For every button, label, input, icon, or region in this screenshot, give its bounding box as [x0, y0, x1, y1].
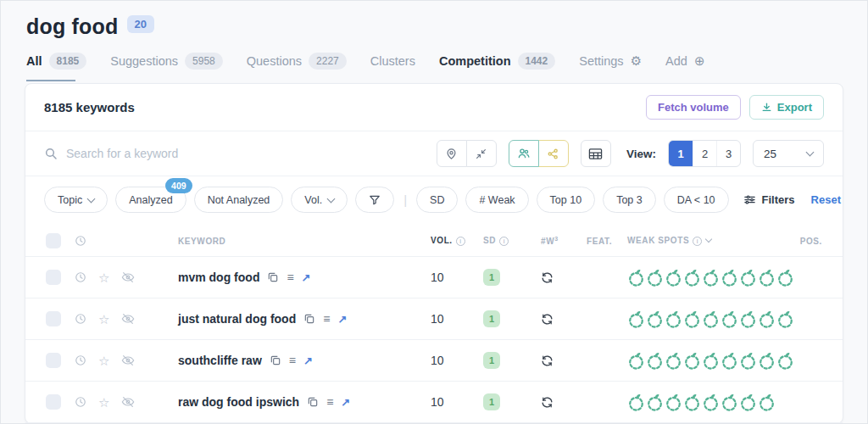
header-keyword[interactable]: KEYWORD	[178, 237, 225, 246]
filter-topic[interactable]: Topic	[44, 187, 108, 213]
star-icon[interactable]: ☆	[98, 271, 109, 284]
copy-icon[interactable]	[267, 271, 279, 283]
weak-spot-fruit-icon[interactable]	[702, 310, 720, 329]
filters-button[interactable]: Filters	[743, 193, 795, 206]
share-button[interactable]	[538, 140, 569, 167]
copy-icon[interactable]	[307, 396, 319, 408]
weak-spot-fruit-icon[interactable]	[665, 268, 682, 287]
star-icon[interactable]: ☆	[98, 396, 109, 409]
weak-spot-fruit-icon[interactable]	[758, 393, 776, 412]
external-link-icon[interactable]: ↗	[303, 355, 313, 366]
tab-add[interactable]: Add ⊕	[665, 53, 704, 69]
weak-spot-fruit-icon[interactable]	[702, 393, 720, 412]
refresh-icon[interactable]	[541, 396, 587, 409]
keyword-text[interactable]: southcliffe raw	[178, 354, 262, 367]
weak-spot-fruit-icon[interactable]	[683, 310, 701, 329]
filter-vol[interactable]: Vol.	[291, 187, 348, 213]
weak-spot-fruit-icon[interactable]	[739, 393, 757, 412]
collapse-button[interactable]	[466, 140, 497, 167]
weak-spot-fruit-icon[interactable]	[646, 268, 664, 287]
tab-questions[interactable]: Questions 2227	[247, 53, 347, 70]
refresh-icon[interactable]	[541, 271, 587, 284]
refresh-icon[interactable]	[541, 313, 587, 326]
external-link-icon[interactable]: ↗	[337, 314, 347, 325]
weak-spot-fruit-icon[interactable]	[758, 310, 776, 329]
clock-icon[interactable]	[75, 396, 86, 408]
weak-spot-fruit-icon[interactable]	[758, 268, 776, 287]
weak-spot-fruit-icon[interactable]	[702, 268, 720, 287]
filter-weak[interactable]: # Weak	[465, 187, 528, 213]
weak-spot-fruit-icon[interactable]	[646, 393, 664, 412]
filter-not-analyzed[interactable]: Not Analyzed	[194, 187, 284, 213]
row-checkbox[interactable]	[46, 394, 61, 410]
header-pos[interactable]: POS.	[800, 237, 822, 246]
list-icon[interactable]: ≡	[287, 271, 293, 283]
header-feat[interactable]: FEAT.	[587, 237, 612, 246]
list-icon[interactable]: ≡	[323, 313, 330, 325]
weak-spot-fruit-icon[interactable]	[739, 310, 757, 329]
row-checkbox[interactable]	[46, 311, 61, 326]
tab-settings[interactable]: Settings ⚙	[579, 53, 642, 69]
weak-spot-fruit-icon[interactable]	[683, 393, 701, 412]
export-button[interactable]: Export	[749, 95, 824, 120]
weak-spot-fruit-icon[interactable]	[665, 393, 682, 412]
search-input[interactable]	[66, 147, 320, 160]
tab-all[interactable]: All 8185	[26, 53, 86, 70]
weak-spot-fruit-icon[interactable]	[739, 351, 757, 371]
clock-icon[interactable]	[75, 271, 86, 283]
eye-off-icon[interactable]	[121, 312, 135, 326]
keyword-text[interactable]: raw dog food ipswich	[178, 395, 299, 409]
header-weak-count[interactable]: #W3	[541, 237, 559, 246]
weak-spot-fruit-icon[interactable]	[627, 310, 645, 329]
location-pin-button[interactable]	[437, 140, 467, 167]
tab-suggestions[interactable]: Suggestions 5958	[110, 53, 223, 70]
weak-spot-fruit-icon[interactable]	[776, 351, 794, 371]
weak-spot-fruit-icon[interactable]	[758, 351, 776, 371]
star-icon[interactable]: ☆	[98, 354, 109, 367]
header-weak-spots[interactable]: WEAK SPOTSi	[627, 236, 711, 246]
weak-spot-fruit-icon[interactable]	[776, 268, 794, 287]
filter-da[interactable]: DA < 10	[664, 187, 729, 213]
weak-spot-fruit-icon[interactable]	[627, 351, 645, 371]
weak-spot-fruit-icon[interactable]	[665, 310, 682, 329]
filter-funnel[interactable]	[355, 187, 394, 213]
clock-icon[interactable]	[75, 354, 86, 366]
weak-spot-fruit-icon[interactable]	[627, 268, 645, 287]
reset-button[interactable]: Reset	[811, 193, 841, 206]
weak-spot-fruit-icon[interactable]	[776, 310, 794, 329]
weak-spot-fruit-icon[interactable]	[646, 351, 664, 371]
weak-spot-fruit-icon[interactable]	[721, 351, 738, 371]
filter-analyzed[interactable]: Analyzed 409	[115, 187, 186, 213]
weak-spot-fruit-icon[interactable]	[683, 268, 701, 287]
weak-spot-fruit-icon[interactable]	[683, 351, 701, 371]
header-vol[interactable]: VOL.i	[431, 236, 465, 245]
row-checkbox[interactable]	[46, 353, 61, 368]
row-checkbox[interactable]	[46, 270, 61, 285]
people-button[interactable]	[509, 140, 539, 167]
tab-clusters[interactable]: Clusters	[370, 54, 415, 68]
tab-competition[interactable]: Competition 1442	[439, 53, 555, 70]
star-icon[interactable]: ☆	[98, 313, 109, 326]
filter-top10[interactable]: Top 10	[537, 187, 596, 213]
weak-spot-fruit-icon[interactable]	[739, 268, 757, 287]
table-view-button[interactable]	[581, 140, 611, 167]
view-option-3[interactable]: 3	[716, 141, 740, 166]
view-option-1[interactable]: 1	[669, 141, 693, 166]
refresh-icon[interactable]	[541, 354, 587, 367]
weak-spot-fruit-icon[interactable]	[721, 393, 738, 412]
eye-off-icon[interactable]	[121, 354, 135, 367]
copy-icon[interactable]	[270, 354, 281, 366]
clock-icon[interactable]	[75, 313, 86, 325]
keyword-text[interactable]: just natural dog food	[178, 312, 296, 326]
header-sd[interactable]: SDi	[483, 236, 509, 245]
weak-spot-fruit-icon[interactable]	[665, 351, 682, 371]
weak-spot-fruit-icon[interactable]	[721, 310, 738, 329]
eye-off-icon[interactable]	[121, 395, 135, 409]
weak-spot-fruit-icon[interactable]	[627, 393, 645, 412]
external-link-icon[interactable]: ↗	[302, 272, 311, 283]
external-link-icon[interactable]: ↗	[341, 397, 350, 408]
list-icon[interactable]: ≡	[289, 354, 296, 366]
select-all-checkbox[interactable]	[46, 233, 61, 248]
page-size-select[interactable]: 25	[753, 140, 824, 167]
weak-spot-fruit-icon[interactable]	[702, 351, 720, 371]
